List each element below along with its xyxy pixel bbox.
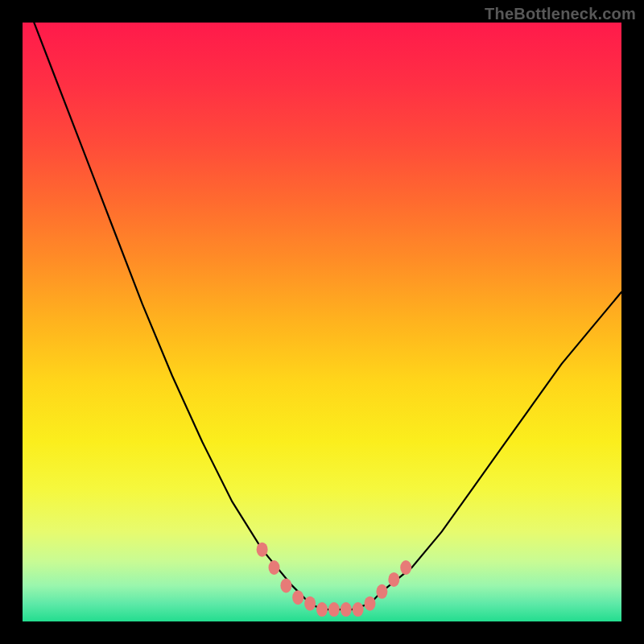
marker-point [376,584,387,599]
watermark-text: TheBottleneck.com [485,5,636,23]
marker-point [400,560,411,575]
chart-svg [23,23,621,621]
marker-point [269,560,280,575]
marker-point [341,602,352,617]
heatmap-background [23,23,621,621]
marker-point [353,602,364,617]
marker-point [316,602,328,617]
marker-point [365,597,376,611]
marker-point [292,590,303,605]
marker-point [257,543,268,557]
marker-point [304,597,316,611]
marker-point [388,572,399,587]
chart-frame: TheBottleneck.com [0,0,644,644]
bottleneck-chart [23,23,621,621]
marker-point [280,578,291,592]
marker-point [328,602,340,617]
